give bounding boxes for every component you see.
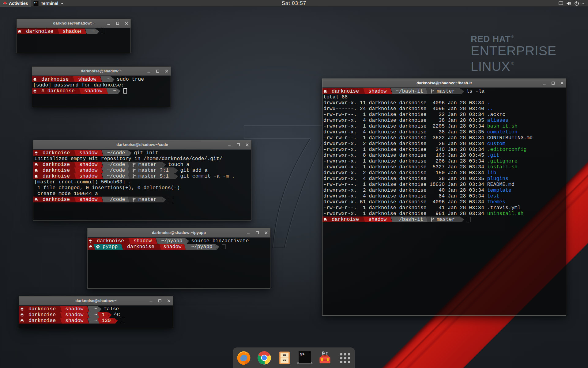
svg-text:$>: $> (300, 352, 304, 357)
